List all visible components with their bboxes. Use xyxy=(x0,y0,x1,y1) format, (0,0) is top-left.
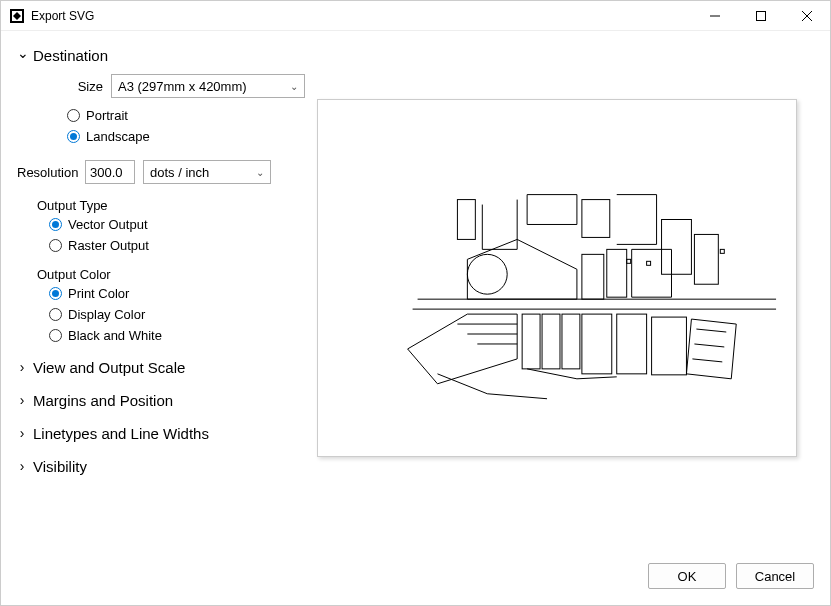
chevron-down-icon: ⌄ xyxy=(256,167,264,178)
radio-icon xyxy=(49,329,62,342)
output-color-print-label: Print Color xyxy=(68,286,129,301)
section-margins-title: Margins and Position xyxy=(33,392,173,409)
chevron-right-icon xyxy=(17,360,27,376)
section-margins-header[interactable]: Margins and Position xyxy=(17,390,305,411)
svg-rect-3 xyxy=(757,11,766,20)
svg-rect-12 xyxy=(607,249,627,297)
maximize-button[interactable] xyxy=(738,1,784,31)
orientation-landscape-label: Landscape xyxy=(86,129,150,144)
section-visibility-title: Visibility xyxy=(33,458,87,475)
resolution-unit-select[interactable]: dots / inch ⌄ xyxy=(143,160,271,184)
dialog-button-bar: OK Cancel xyxy=(1,557,830,605)
preview-drawing xyxy=(318,100,796,457)
close-button[interactable] xyxy=(784,1,830,31)
orientation-landscape-radio[interactable]: Landscape xyxy=(67,129,305,144)
resolution-unit-value: dots / inch xyxy=(150,165,209,180)
ok-button[interactable]: OK xyxy=(648,563,726,589)
output-type-raster-label: Raster Output xyxy=(68,238,149,253)
svg-rect-15 xyxy=(562,314,580,369)
export-svg-dialog: Export SVG Destination Size A3 (297mm x … xyxy=(0,0,831,606)
section-linetypes-title: Linetypes and Line Widths xyxy=(33,425,209,442)
ok-button-label: OK xyxy=(678,569,697,584)
chevron-right-icon xyxy=(17,393,27,409)
svg-rect-21 xyxy=(720,249,724,253)
svg-rect-18 xyxy=(652,317,687,375)
section-visibility-header[interactable]: Visibility xyxy=(17,456,305,477)
output-color-label: Output Color xyxy=(37,267,305,282)
radio-icon xyxy=(67,130,80,143)
radio-icon xyxy=(49,308,62,321)
output-color-bw-radio[interactable]: Black and White xyxy=(49,328,305,343)
svg-rect-13 xyxy=(522,314,540,369)
cancel-button[interactable]: Cancel xyxy=(736,563,814,589)
svg-point-10 xyxy=(467,254,507,294)
resolution-input[interactable]: 300.0 xyxy=(85,160,135,184)
orientation-portrait-label: Portrait xyxy=(86,108,128,123)
svg-rect-8 xyxy=(662,219,692,274)
svg-rect-6 xyxy=(457,200,475,240)
radio-icon xyxy=(49,239,62,252)
svg-rect-17 xyxy=(617,314,647,374)
output-color-display-label: Display Color xyxy=(68,307,145,322)
window-title: Export SVG xyxy=(31,9,94,23)
orientation-portrait-radio[interactable]: Portrait xyxy=(67,108,305,123)
settings-pane: Destination Size A3 (297mm x 420mm) ⌄ Po… xyxy=(17,43,305,557)
section-destination-title: Destination xyxy=(33,47,108,64)
app-icon xyxy=(9,8,25,24)
titlebar: Export SVG xyxy=(1,1,830,31)
svg-rect-19 xyxy=(627,259,631,263)
svg-rect-11 xyxy=(582,254,604,299)
chevron-down-icon: ⌄ xyxy=(290,81,298,92)
svg-rect-16 xyxy=(582,314,612,374)
size-select[interactable]: A3 (297mm x 420mm) ⌄ xyxy=(111,74,305,98)
svg-rect-14 xyxy=(542,314,560,369)
output-color-display-radio[interactable]: Display Color xyxy=(49,307,305,322)
output-type-vector-label: Vector Output xyxy=(68,217,148,232)
size-label: Size xyxy=(17,79,103,94)
svg-rect-20 xyxy=(647,261,651,265)
output-color-bw-label: Black and White xyxy=(68,328,162,343)
preview-canvas xyxy=(317,99,797,457)
chevron-right-icon xyxy=(17,459,27,475)
chevron-down-icon xyxy=(17,48,27,64)
svg-rect-9 xyxy=(694,234,718,284)
svg-rect-7 xyxy=(582,200,610,238)
radio-icon xyxy=(49,218,62,231)
minimize-button[interactable] xyxy=(692,1,738,31)
radio-icon xyxy=(49,287,62,300)
section-view-scale-header[interactable]: View and Output Scale xyxy=(17,357,305,378)
radio-icon xyxy=(67,109,80,122)
resolution-value: 300.0 xyxy=(90,165,123,180)
section-view-scale-title: View and Output Scale xyxy=(33,359,185,376)
size-select-value: A3 (297mm x 420mm) xyxy=(118,79,247,94)
output-type-label: Output Type xyxy=(37,198,305,213)
output-color-print-radio[interactable]: Print Color xyxy=(49,286,305,301)
cancel-button-label: Cancel xyxy=(755,569,795,584)
section-destination-header[interactable]: Destination xyxy=(17,43,305,68)
section-linetypes-header[interactable]: Linetypes and Line Widths xyxy=(17,423,305,444)
output-type-raster-radio[interactable]: Raster Output xyxy=(49,238,305,253)
resolution-label: Resolution xyxy=(17,165,77,180)
chevron-right-icon xyxy=(17,426,27,442)
output-type-vector-radio[interactable]: Vector Output xyxy=(49,217,305,232)
